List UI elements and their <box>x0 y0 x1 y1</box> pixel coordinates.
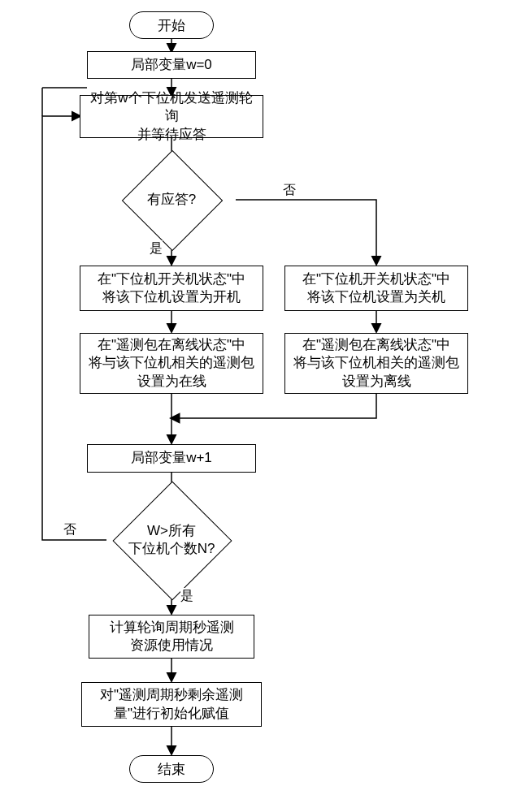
d1-yes-label: 是 <box>150 240 163 257</box>
n2-label: 对第w个下位机发送遥测轮询 并等待应答 <box>85 89 258 143</box>
d2-no-label: 否 <box>63 521 76 538</box>
decision-has-response-label: 有应答? <box>124 164 219 235</box>
terminator-start: 开始 <box>129 11 214 39</box>
n5-label: 局部变量w+1 <box>131 449 212 467</box>
process-set-off: 在"下位机开关机状态"中 将该下位机设置为关机 <box>284 266 468 311</box>
process-increment-w: 局部变量w+1 <box>87 444 256 473</box>
d1-no-label: 否 <box>283 182 296 199</box>
decision-w-gt-n-label: W>所有 下位机个数N? <box>114 499 229 581</box>
process-pkt-online: 在"遥测包在离线状态"中 将与该下位机相关的遥测包 设置为在线 <box>80 333 263 394</box>
d1-label: 有应答? <box>147 191 196 209</box>
n3b-label: 在"下位机开关机状态"中 将该下位机设置为关机 <box>302 270 450 306</box>
process-set-on: 在"下位机开关机状态"中 将该下位机设置为开机 <box>80 266 263 311</box>
d2-label: W>所有 下位机个数N? <box>128 522 215 558</box>
terminator-end: 结束 <box>129 755 214 783</box>
n4b-label: 在"遥测包在离线状态"中 将与该下位机相关的遥测包 设置为离线 <box>293 336 459 390</box>
process-init-w: 局部变量w=0 <box>87 51 256 79</box>
flowchart-canvas: 开始 局部变量w=0 对第w个下位机发送遥测轮询 并等待应答 有应答? 是 否 … <box>0 0 508 812</box>
start-label: 开始 <box>158 16 185 35</box>
end-label: 结束 <box>158 760 185 779</box>
d2-yes-label: 是 <box>180 588 193 605</box>
process-calc-usage: 计算轮询周期秒遥测 资源使用情况 <box>89 615 254 659</box>
n4a-label: 在"遥测包在离线状态"中 将与该下位机相关的遥测包 设置为在线 <box>89 336 254 390</box>
process-pkt-offline: 在"遥测包在离线状态"中 将与该下位机相关的遥测包 设置为离线 <box>284 333 468 394</box>
n7-label: 对"遥测周期秒剩余遥测 量"进行初始化赋值 <box>100 686 243 722</box>
n6-label: 计算轮询周期秒遥测 资源使用情况 <box>110 619 234 654</box>
process-init-remaining: 对"遥测周期秒剩余遥测 量"进行初始化赋值 <box>81 682 262 727</box>
n3a-label: 在"下位机开关机状态"中 将该下位机设置为开机 <box>98 270 245 306</box>
process-send-poll: 对第w个下位机发送遥测轮询 并等待应答 <box>80 95 263 138</box>
n1-label: 局部变量w=0 <box>131 56 212 74</box>
